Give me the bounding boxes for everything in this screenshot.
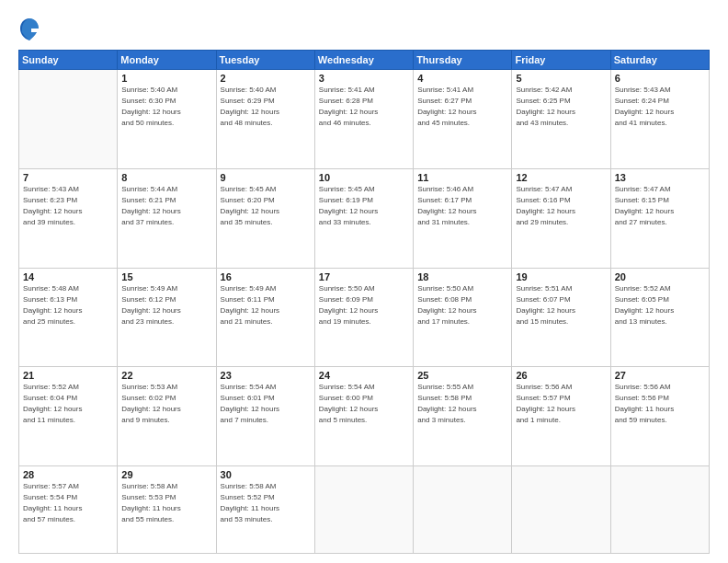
page-header bbox=[18, 17, 710, 42]
day-number: 18 bbox=[417, 271, 507, 282]
day-number: 16 bbox=[221, 271, 311, 282]
day-info: Sunrise: 5:54 AM Sunset: 6:00 PM Dayligh… bbox=[319, 382, 409, 426]
day-info: Sunrise: 5:51 AM Sunset: 6:07 PM Dayligh… bbox=[516, 283, 606, 327]
day-info: Sunrise: 5:43 AM Sunset: 6:23 PM Dayligh… bbox=[23, 184, 113, 228]
calendar-cell: 14Sunrise: 5:48 AM Sunset: 6:13 PM Dayli… bbox=[19, 268, 118, 367]
day-info: Sunrise: 5:47 AM Sunset: 6:16 PM Dayligh… bbox=[516, 184, 606, 228]
calendar-cell bbox=[610, 466, 709, 554]
calendar-cell: 19Sunrise: 5:51 AM Sunset: 6:07 PM Dayli… bbox=[512, 268, 610, 367]
weekday-header-thursday: Thursday bbox=[414, 51, 512, 70]
day-number: 2 bbox=[221, 73, 311, 84]
day-number: 9 bbox=[221, 172, 311, 183]
calendar-cell: 1Sunrise: 5:40 AM Sunset: 6:30 PM Daylig… bbox=[118, 70, 216, 169]
weekday-header-tuesday: Tuesday bbox=[216, 51, 314, 70]
day-info: Sunrise: 5:56 AM Sunset: 5:56 PM Dayligh… bbox=[615, 382, 705, 426]
calendar-cell: 8Sunrise: 5:44 AM Sunset: 6:21 PM Daylig… bbox=[118, 168, 216, 268]
logo bbox=[18, 17, 44, 42]
day-info: Sunrise: 5:49 AM Sunset: 6:11 PM Dayligh… bbox=[221, 283, 311, 327]
day-number: 1 bbox=[121, 73, 211, 84]
day-number: 25 bbox=[417, 370, 507, 381]
day-info: Sunrise: 5:46 AM Sunset: 6:17 PM Dayligh… bbox=[417, 184, 507, 228]
day-info: Sunrise: 5:43 AM Sunset: 6:24 PM Dayligh… bbox=[615, 85, 705, 129]
calendar-cell bbox=[414, 466, 512, 554]
day-number: 19 bbox=[516, 271, 606, 282]
day-info: Sunrise: 5:45 AM Sunset: 6:20 PM Dayligh… bbox=[221, 184, 311, 228]
day-info: Sunrise: 5:50 AM Sunset: 6:09 PM Dayligh… bbox=[319, 283, 409, 327]
calendar-cell: 30Sunrise: 5:58 AM Sunset: 5:52 PM Dayli… bbox=[216, 466, 314, 554]
calendar-cell: 15Sunrise: 5:49 AM Sunset: 6:12 PM Dayli… bbox=[118, 268, 216, 367]
day-info: Sunrise: 5:40 AM Sunset: 6:29 PM Dayligh… bbox=[221, 85, 311, 129]
day-number: 20 bbox=[615, 271, 705, 282]
day-number: 15 bbox=[121, 271, 211, 282]
day-info: Sunrise: 5:47 AM Sunset: 6:15 PM Dayligh… bbox=[615, 184, 705, 228]
calendar-cell: 26Sunrise: 5:56 AM Sunset: 5:57 PM Dayli… bbox=[512, 367, 610, 466]
logo-icon bbox=[18, 17, 40, 42]
day-info: Sunrise: 5:58 AM Sunset: 5:52 PM Dayligh… bbox=[221, 481, 311, 525]
day-info: Sunrise: 5:57 AM Sunset: 5:54 PM Dayligh… bbox=[23, 481, 113, 525]
day-info: Sunrise: 5:41 AM Sunset: 6:28 PM Dayligh… bbox=[319, 85, 409, 129]
calendar-cell: 17Sunrise: 5:50 AM Sunset: 6:09 PM Dayli… bbox=[314, 268, 413, 367]
calendar-cell: 24Sunrise: 5:54 AM Sunset: 6:00 PM Dayli… bbox=[314, 367, 413, 466]
day-number: 12 bbox=[516, 172, 606, 183]
day-info: Sunrise: 5:48 AM Sunset: 6:13 PM Dayligh… bbox=[23, 283, 113, 327]
weekday-header-row: SundayMondayTuesdayWednesdayThursdayFrid… bbox=[19, 51, 710, 70]
day-info: Sunrise: 5:55 AM Sunset: 5:58 PM Dayligh… bbox=[417, 382, 507, 426]
calendar-cell: 20Sunrise: 5:52 AM Sunset: 6:05 PM Dayli… bbox=[610, 268, 709, 367]
day-number: 3 bbox=[319, 73, 409, 84]
weekday-header-sunday: Sunday bbox=[19, 51, 118, 70]
day-number: 5 bbox=[516, 73, 606, 84]
calendar-cell: 11Sunrise: 5:46 AM Sunset: 6:17 PM Dayli… bbox=[414, 168, 512, 268]
calendar-cell: 27Sunrise: 5:56 AM Sunset: 5:56 PM Dayli… bbox=[610, 367, 709, 466]
day-info: Sunrise: 5:40 AM Sunset: 6:30 PM Dayligh… bbox=[121, 85, 211, 129]
day-info: Sunrise: 5:49 AM Sunset: 6:12 PM Dayligh… bbox=[121, 283, 211, 327]
day-info: Sunrise: 5:58 AM Sunset: 5:53 PM Dayligh… bbox=[121, 481, 211, 525]
day-number: 26 bbox=[516, 370, 606, 381]
calendar-cell: 10Sunrise: 5:45 AM Sunset: 6:19 PM Dayli… bbox=[314, 168, 413, 268]
day-number: 29 bbox=[121, 469, 211, 480]
calendar-cell: 12Sunrise: 5:47 AM Sunset: 6:16 PM Dayli… bbox=[512, 168, 610, 268]
weekday-header-friday: Friday bbox=[512, 51, 610, 70]
day-number: 14 bbox=[23, 271, 113, 282]
week-row-1: 1Sunrise: 5:40 AM Sunset: 6:30 PM Daylig… bbox=[19, 70, 710, 169]
calendar-cell: 6Sunrise: 5:43 AM Sunset: 6:24 PM Daylig… bbox=[610, 70, 709, 169]
day-number: 24 bbox=[319, 370, 409, 381]
day-number: 8 bbox=[121, 172, 211, 183]
day-info: Sunrise: 5:56 AM Sunset: 5:57 PM Dayligh… bbox=[516, 382, 606, 426]
calendar-cell: 3Sunrise: 5:41 AM Sunset: 6:28 PM Daylig… bbox=[314, 70, 413, 169]
day-number: 13 bbox=[615, 172, 705, 183]
day-number: 7 bbox=[23, 172, 113, 183]
calendar-cell: 5Sunrise: 5:42 AM Sunset: 6:25 PM Daylig… bbox=[512, 70, 610, 169]
day-number: 17 bbox=[319, 271, 409, 282]
day-number: 10 bbox=[319, 172, 409, 183]
day-number: 11 bbox=[417, 172, 507, 183]
day-number: 27 bbox=[615, 370, 705, 381]
calendar-cell bbox=[512, 466, 610, 554]
day-info: Sunrise: 5:50 AM Sunset: 6:08 PM Dayligh… bbox=[417, 283, 507, 327]
calendar-cell bbox=[19, 70, 118, 169]
calendar-cell: 13Sunrise: 5:47 AM Sunset: 6:15 PM Dayli… bbox=[610, 168, 709, 268]
day-number: 21 bbox=[23, 370, 113, 381]
calendar-cell: 18Sunrise: 5:50 AM Sunset: 6:08 PM Dayli… bbox=[414, 268, 512, 367]
day-number: 6 bbox=[615, 73, 705, 84]
calendar-cell: 29Sunrise: 5:58 AM Sunset: 5:53 PM Dayli… bbox=[118, 466, 216, 554]
day-info: Sunrise: 5:54 AM Sunset: 6:01 PM Dayligh… bbox=[221, 382, 311, 426]
calendar-cell: 9Sunrise: 5:45 AM Sunset: 6:20 PM Daylig… bbox=[216, 168, 314, 268]
day-number: 22 bbox=[121, 370, 211, 381]
day-number: 28 bbox=[23, 469, 113, 480]
day-info: Sunrise: 5:41 AM Sunset: 6:27 PM Dayligh… bbox=[417, 85, 507, 129]
weekday-header-monday: Monday bbox=[118, 51, 216, 70]
day-info: Sunrise: 5:52 AM Sunset: 6:04 PM Dayligh… bbox=[23, 382, 113, 426]
week-row-3: 14Sunrise: 5:48 AM Sunset: 6:13 PM Dayli… bbox=[19, 268, 710, 367]
calendar-cell: 2Sunrise: 5:40 AM Sunset: 6:29 PM Daylig… bbox=[216, 70, 314, 169]
calendar-cell: 23Sunrise: 5:54 AM Sunset: 6:01 PM Dayli… bbox=[216, 367, 314, 466]
week-row-5: 28Sunrise: 5:57 AM Sunset: 5:54 PM Dayli… bbox=[19, 466, 710, 554]
calendar-cell: 21Sunrise: 5:52 AM Sunset: 6:04 PM Dayli… bbox=[19, 367, 118, 466]
day-info: Sunrise: 5:53 AM Sunset: 6:02 PM Dayligh… bbox=[121, 382, 211, 426]
calendar-table: SundayMondayTuesdayWednesdayThursdayFrid… bbox=[18, 50, 710, 554]
calendar-cell bbox=[314, 466, 413, 554]
day-info: Sunrise: 5:44 AM Sunset: 6:21 PM Dayligh… bbox=[121, 184, 211, 228]
calendar-cell: 25Sunrise: 5:55 AM Sunset: 5:58 PM Dayli… bbox=[414, 367, 512, 466]
week-row-4: 21Sunrise: 5:52 AM Sunset: 6:04 PM Dayli… bbox=[19, 367, 710, 466]
weekday-header-wednesday: Wednesday bbox=[314, 51, 413, 70]
calendar-cell: 4Sunrise: 5:41 AM Sunset: 6:27 PM Daylig… bbox=[414, 70, 512, 169]
